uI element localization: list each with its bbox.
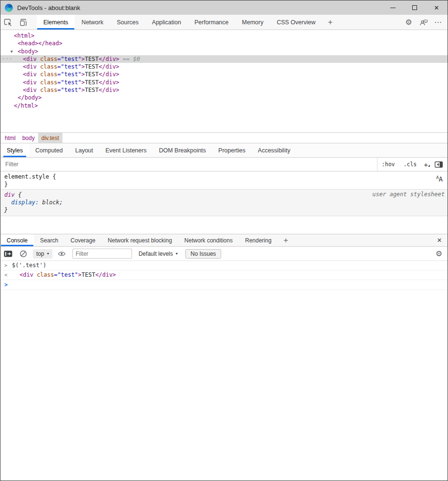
tab-layout[interactable]: Layout [69,143,100,157]
css-property-name[interactable]: display: [4,199,39,206]
close-icon: ✕ [434,4,439,11]
overflow-menu-icon[interactable]: ··· [2,55,13,63]
new-style-rule-button[interactable]: + [421,160,432,169]
tab-network-conditions[interactable]: Network conditions [178,234,239,246]
maximize-button[interactable] [404,0,426,15]
tab-performance[interactable]: Performance [188,15,235,30]
inspect-cursor-icon [4,18,12,27]
tab-coverage[interactable]: Coverage [64,234,102,246]
breadcrumb-div-test[interactable]: div.test [38,133,62,143]
settings-button[interactable]: ⚙ [401,15,416,30]
tab-application[interactable]: Application [145,15,188,30]
gear-icon: ⚙ [405,19,412,26]
tab-styles[interactable]: Styles [0,143,29,157]
tree-node-body-close[interactable]: </body> [0,94,448,101]
styles-filter-bar: :hov .cls + [0,158,448,171]
breadcrumb: html body div.test [0,132,448,143]
plus-icon: + [328,18,333,27]
style-rule-element-style[interactable]: element.style { } AA [0,171,448,190]
toolbar-right-actions: ⚙ ⋯ [401,15,448,30]
style-rule-user-agent[interactable]: div { user agent stylesheet display: blo… [0,190,448,216]
tree-node-head[interactable]: <head></head> [0,40,448,47]
tree-node-div[interactable]: <div class="test">TEST</div> [0,86,448,94]
tree-node-html-close[interactable]: </html> [0,102,448,110]
console-sidebar-icon [4,251,12,257]
console-messages: >$('.test') <<div class="test">TEST</div… [0,261,448,290]
prompt-chevron-icon: > [4,280,8,290]
console-command-echo[interactable]: >$('.test') [0,261,448,271]
tab-event-listeners[interactable]: Event Listeners [99,143,153,157]
tab-css-overview[interactable]: CSS Overview [270,15,322,30]
tree-node-body-open[interactable]: ▼<body> [0,48,448,55]
add-panel-button[interactable]: + [322,15,338,30]
tab-accessibility[interactable]: Accessibility [252,143,296,157]
device-toolbar-icon [19,18,28,27]
console-prompt[interactable]: > [0,280,448,290]
window-controls: ✕ [382,0,448,15]
gear-icon: ⚙ [436,250,442,258]
minimize-button[interactable] [382,0,404,15]
styles-pane: element.style { } AA div { user agent st… [0,171,448,216]
panel-tabs: Elements Network Sources Application Per… [37,15,338,30]
edge-logo-icon [5,4,13,12]
plus-icon: + [284,236,288,245]
toggle-element-state-button[interactable]: :hov [377,161,399,168]
console-settings-button[interactable]: ⚙ [430,250,448,258]
create-live-expression-button[interactable] [54,251,70,257]
tab-console[interactable]: Console [0,234,34,246]
maximize-icon [412,5,417,10]
tree-node-div[interactable]: <div class="test">TEST</div> [0,79,448,86]
more-dots-icon: ⋯ [434,18,442,27]
computed-panel-toggle-button[interactable] [432,161,448,168]
tab-properties[interactable]: Properties [212,143,252,157]
inspect-element-button[interactable] [0,15,16,30]
tree-node-div[interactable]: <div class="test">TEST</div> [0,63,448,70]
console-command-result[interactable]: <<div class="test">TEST</div> [0,271,448,280]
console-toolbar: top▾ Default levels▾ No Issues ⚙ [0,247,448,261]
close-drawer-button[interactable]: ✕ [431,234,448,246]
devtools-window: DevTools - about:blank ✕ Elements Networ… [0,0,448,481]
console-empty-space [0,290,448,481]
toggle-device-toolbar-button[interactable] [16,15,31,30]
rule-selector: div [4,191,15,198]
element-classes-button[interactable]: .cls [399,161,421,168]
styles-sidebar-tabs: Styles Computed Layout Event Listeners D… [0,143,448,158]
input-chevron-icon: > [4,261,8,270]
tab-network-request-blocking[interactable]: Network request blocking [102,234,178,246]
clear-console-button[interactable] [16,250,31,258]
close-icon: ✕ [437,237,442,244]
more-options-button[interactable]: ⋯ [431,15,446,30]
tab-memory[interactable]: Memory [235,15,270,30]
feedback-button[interactable] [416,15,431,30]
styles-filter-input[interactable] [0,158,377,171]
tab-sources[interactable]: Sources [110,15,145,30]
log-levels-selector[interactable]: Default levels▾ [139,251,178,257]
stylesheet-origin-label: user agent stylesheet [372,191,445,198]
tab-network[interactable]: Network [75,15,110,30]
tree-node-div[interactable]: <div class="test">TEST</div> [0,70,448,78]
console-sidebar-toggle-button[interactable] [0,251,16,257]
tab-rendering[interactable]: Rendering [239,234,277,246]
tree-node-div-selected[interactable]: ···<div class="test">TEST</div> == $0 [0,55,448,63]
tab-dom-breakpoints[interactable]: DOM Breakpoints [153,143,212,157]
drawer-tab-bar: Console Search Coverage Network request … [0,234,448,247]
console-filter-input[interactable] [72,249,132,259]
tab-elements[interactable]: Elements [37,15,75,30]
titlebar: DevTools - about:blank ✕ [0,0,448,15]
add-drawer-tab-button[interactable]: + [278,234,294,246]
expand-twisty-icon[interactable]: ▼ [10,48,13,56]
tab-search[interactable]: Search [34,234,64,246]
execution-context-selector[interactable]: top▾ [33,249,52,259]
close-button[interactable]: ✕ [426,0,448,15]
minimize-icon [390,8,396,8]
tab-computed[interactable]: Computed [29,143,69,157]
elements-tree: <html> <head></head> ▼<body> ···<div cla… [0,30,448,132]
window-title: DevTools - about:blank [17,4,80,11]
chevron-down-icon: ▾ [47,251,49,256]
breadcrumb-html[interactable]: html [1,133,19,143]
tree-node-html-open[interactable]: <html> [0,32,448,40]
css-property-value[interactable]: block; [39,199,63,206]
breadcrumb-body[interactable]: body [19,133,38,143]
issues-counter-button[interactable]: No Issues [185,249,221,259]
adjust-font-size-button[interactable]: AA [436,175,443,183]
